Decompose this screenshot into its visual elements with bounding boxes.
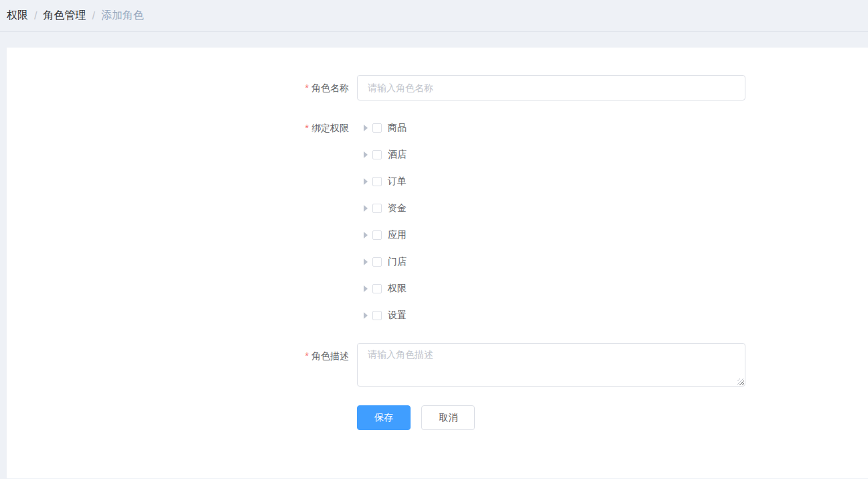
role-desc-control bbox=[357, 343, 745, 387]
checkbox[interactable] bbox=[372, 230, 382, 240]
actions-control: 保存 取消 bbox=[357, 405, 745, 430]
breadcrumb: 权限 / 角色管理 / 添加角色 bbox=[0, 0, 868, 32]
tree-node-label[interactable]: 门店 bbox=[388, 256, 407, 268]
role-desc-form-item: *角色描述 bbox=[283, 343, 868, 387]
tree-node-label[interactable]: 商品 bbox=[388, 122, 407, 134]
role-name-label: *角色名称 bbox=[283, 75, 357, 100]
role-desc-label-text: 角色描述 bbox=[311, 350, 349, 361]
tree-node-settings[interactable]: 设置 bbox=[357, 307, 745, 324]
permissions-form-item: *绑定权限 商品 酒店 订单 bbox=[283, 119, 868, 334]
checkbox[interactable] bbox=[372, 311, 382, 320]
breadcrumb-separator: / bbox=[34, 10, 37, 22]
role-name-label-text: 角色名称 bbox=[311, 82, 349, 93]
caret-right-icon[interactable] bbox=[364, 205, 368, 212]
caret-right-icon[interactable] bbox=[364, 259, 368, 265]
checkbox[interactable] bbox=[372, 204, 382, 213]
caret-right-icon[interactable] bbox=[364, 125, 368, 131]
tree-node-label[interactable]: 酒店 bbox=[388, 149, 407, 161]
caret-right-icon[interactable] bbox=[364, 312, 368, 319]
caret-right-icon[interactable] bbox=[364, 285, 368, 292]
tree-node-funds[interactable]: 资金 bbox=[357, 200, 745, 217]
role-desc-textarea[interactable] bbox=[357, 343, 745, 387]
role-name-control bbox=[357, 75, 745, 100]
content-card: *角色名称 *绑定权限 商品 酒店 bbox=[7, 48, 868, 478]
tree-node-label[interactable]: 订单 bbox=[388, 176, 407, 188]
add-role-form: *角色名称 *绑定权限 商品 酒店 bbox=[7, 48, 868, 430]
caret-right-icon[interactable] bbox=[364, 151, 368, 158]
breadcrumb-separator: / bbox=[92, 10, 94, 22]
form-actions: 保存 取消 bbox=[283, 405, 868, 430]
required-asterisk: * bbox=[305, 82, 309, 93]
caret-right-icon[interactable] bbox=[364, 178, 368, 185]
permissions-label-text: 绑定权限 bbox=[311, 123, 349, 133]
required-asterisk: * bbox=[305, 123, 309, 133]
permissions-tree: 商品 酒店 订单 资金 bbox=[357, 119, 745, 334]
tree-node-permission[interactable]: 权限 bbox=[357, 280, 745, 297]
tree-node-goods[interactable]: 商品 bbox=[357, 119, 745, 137]
role-name-input[interactable] bbox=[357, 75, 745, 100]
caret-right-icon[interactable] bbox=[364, 232, 368, 238]
tree-node-label[interactable]: 应用 bbox=[388, 229, 407, 241]
tree-node-store[interactable]: 门店 bbox=[357, 253, 745, 271]
tree-node-hotel[interactable]: 酒店 bbox=[357, 146, 745, 163]
checkbox[interactable] bbox=[372, 257, 382, 267]
save-button[interactable]: 保存 bbox=[357, 405, 411, 430]
tree-node-order[interactable]: 订单 bbox=[357, 173, 745, 190]
tree-node-label[interactable]: 设置 bbox=[388, 310, 407, 322]
role-name-form-item: *角色名称 bbox=[283, 75, 868, 100]
breadcrumb-item-permissions[interactable]: 权限 bbox=[7, 9, 28, 23]
checkbox[interactable] bbox=[372, 284, 382, 293]
role-desc-label: *角色描述 bbox=[283, 343, 357, 368]
checkbox[interactable] bbox=[372, 177, 382, 186]
checkbox[interactable] bbox=[372, 150, 382, 159]
checkbox[interactable] bbox=[372, 123, 382, 133]
required-asterisk: * bbox=[305, 350, 309, 361]
tree-node-label[interactable]: 权限 bbox=[388, 283, 407, 295]
breadcrumb-item-add-role: 添加角色 bbox=[101, 9, 144, 23]
permissions-label: *绑定权限 bbox=[283, 119, 357, 137]
cancel-button[interactable]: 取消 bbox=[421, 405, 475, 430]
tree-node-label[interactable]: 资金 bbox=[388, 202, 407, 214]
breadcrumb-item-role-management[interactable]: 角色管理 bbox=[43, 9, 86, 23]
tree-node-application[interactable]: 应用 bbox=[357, 226, 745, 244]
